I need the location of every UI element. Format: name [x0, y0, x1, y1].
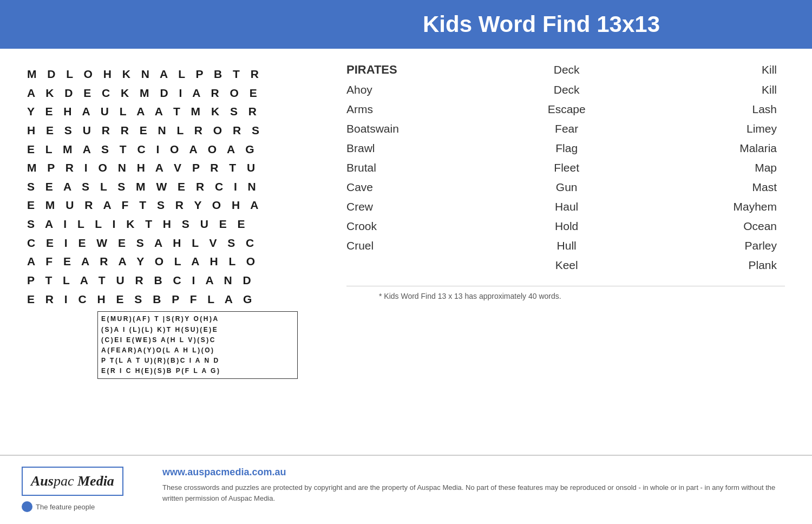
tagline: The feature people: [22, 501, 141, 512]
page-title: Kids Word Find 13x13: [292, 11, 790, 37]
page-footer: Auspac Media The feature people www.ausp…: [0, 455, 812, 523]
word-col1: Cruel: [346, 236, 499, 256]
sub-puzzle-grid: E(MUR)(AF) T |S(R)Y O(H)A (S)A I (L)(L) …: [101, 314, 294, 376]
word-list-row: CruelHullParley: [346, 236, 785, 256]
footer-copyright: These crosswords and puzzles are protect…: [162, 482, 790, 503]
word-list-row: AhoyDeckKill: [346, 80, 785, 100]
word-col2: Fear: [499, 119, 634, 139]
word-col2: Gun: [499, 178, 634, 197]
logo-area: Auspac Media The feature people: [22, 467, 141, 512]
logo-text: Auspac Media: [31, 473, 114, 489]
logo-box: Auspac Media: [22, 467, 123, 496]
word-col1: Cave: [346, 178, 499, 197]
word-list-header-col2: Deck: [499, 60, 634, 80]
word-col2: Fleet: [499, 158, 634, 178]
word-col1: Brutal: [346, 158, 499, 178]
word-col1: [346, 256, 499, 275]
word-col3: Ocean: [634, 217, 785, 236]
word-col3: Mayhem: [634, 197, 785, 217]
word-col3: Plank: [634, 256, 785, 275]
word-col3: Lash: [634, 100, 785, 119]
word-col3: Mast: [634, 178, 785, 197]
word-col1: Arms: [346, 100, 499, 119]
word-list-row: CaveGunMast: [346, 178, 785, 197]
footnote: * Kids Word Find 13 x 13 has approximate…: [346, 286, 785, 306]
word-list-header-col1: PIRATES: [346, 60, 499, 80]
footer-url[interactable]: www.auspacmedia.com.au: [162, 467, 790, 478]
word-col3: Limey: [634, 119, 785, 139]
word-col3: Malaria: [634, 139, 785, 158]
word-list-row: CrewHaulMayhem: [346, 197, 785, 217]
word-list-row: BrawlFlagMalaria: [346, 139, 785, 158]
word-list-table: PIRATESDeckKillAhoyDeckKillArmsEscapeLas…: [346, 60, 785, 275]
word-grid: M D L O H K N A L P B T RA K D E C K M D…: [27, 65, 309, 309]
word-col1: Ahoy: [346, 80, 499, 100]
footer-text-area: www.auspacmedia.com.au These crosswords …: [162, 467, 790, 503]
word-list-row: BrutalFleetMap: [346, 158, 785, 178]
word-col2: Hull: [499, 236, 634, 256]
word-col2: Escape: [499, 100, 634, 119]
word-col1: Crew: [346, 197, 499, 217]
word-col2: Hold: [499, 217, 634, 236]
word-col1: Crook: [346, 217, 499, 236]
word-col3: Kill: [634, 80, 785, 100]
word-list-row: CrookHoldOcean: [346, 217, 785, 236]
word-col2: Keel: [499, 256, 634, 275]
word-list-header-col3: Kill: [634, 60, 785, 80]
word-search-section: M D L O H K N A L P B T RA K D E C K M D…: [0, 49, 319, 455]
word-col1: Brawl: [346, 139, 499, 158]
word-col2: Deck: [499, 80, 634, 100]
puzzle-icon: [22, 501, 32, 512]
word-col3: Parley: [634, 236, 785, 256]
word-list-row: KeelPlank: [346, 256, 785, 275]
word-list-row: BoatswainFearLimey: [346, 119, 785, 139]
word-col2: Flag: [499, 139, 634, 158]
sub-puzzle-overlay: E(MUR)(AF) T |S(R)Y O(H)A (S)A I (L)(L) …: [97, 311, 298, 379]
word-list-row: ArmsEscapeLash: [346, 100, 785, 119]
page-header: Kids Word Find 13x13: [0, 0, 812, 49]
word-col2: Haul: [499, 197, 634, 217]
main-content: M D L O H K N A L P B T RA K D E C K M D…: [0, 49, 812, 455]
word-list-section: PIRATESDeckKillAhoyDeckKillArmsEscapeLas…: [319, 49, 812, 455]
word-col3: Map: [634, 158, 785, 178]
word-col1: Boatswain: [346, 119, 499, 139]
